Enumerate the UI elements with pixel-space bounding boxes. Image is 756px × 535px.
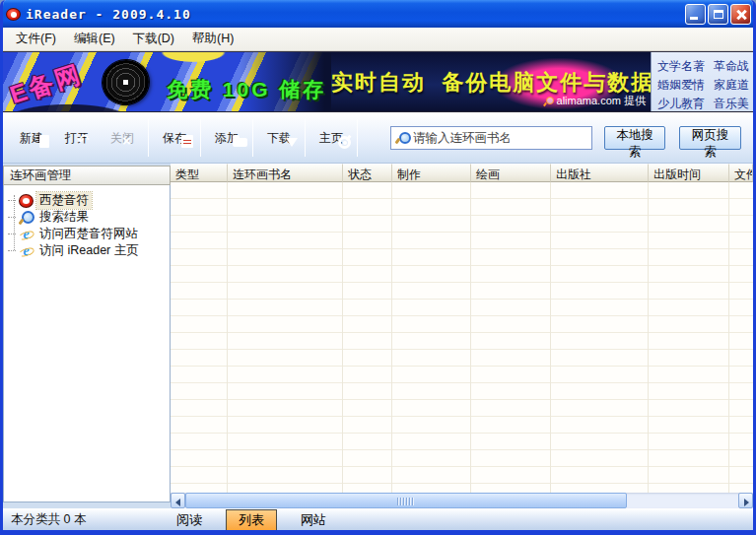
search-icon: [19, 211, 34, 225]
window-title: iReader - 2009.4.10: [26, 7, 191, 22]
close-icon[interactable]: [730, 4, 751, 25]
ad-credit: alimama.com 提供: [544, 94, 646, 108]
status-count-text: 本分类共 0 本: [3, 511, 172, 528]
toolbar-separator: [148, 119, 149, 157]
ad-banner: E备网 免费 10G 储存 实时自动 备份电脑文件与数据 alimama.com…: [3, 51, 753, 112]
ad-link[interactable]: 家庭道: [714, 77, 749, 93]
vinyl-record-icon: [99, 56, 153, 109]
toolbar-separator: [305, 119, 306, 157]
red-o-icon: [19, 194, 34, 208]
maximize-icon[interactable]: [708, 4, 728, 25]
scroll-right-icon[interactable]: [738, 493, 753, 508]
col-type[interactable]: 类型: [171, 164, 228, 182]
alimama-magnifier-icon: [544, 97, 553, 105]
ad-link[interactable]: 少儿教育: [657, 96, 705, 111]
ad-link[interactable]: 革命战: [714, 58, 749, 74]
menu-download[interactable]: 下载(D): [124, 28, 183, 50]
ie-globe-icon: e: [19, 228, 34, 241]
ad-brand: E备网: [6, 57, 87, 111]
sidebar-header: 连环画管理: [3, 166, 171, 185]
main-content: 连环画管理 西楚音符 搜索结果 e 访问西楚音符网站: [3, 164, 753, 508]
ad-link[interactable]: 音乐美: [714, 96, 749, 111]
ad-banner-middle[interactable]: 实时自动 备份电脑文件与数据 alimama.com 提供: [331, 52, 651, 111]
web-search-button[interactable]: 网页搜索: [679, 126, 741, 150]
search-icon: [396, 132, 408, 144]
close-doc-button[interactable]: × 关闭: [100, 129, 145, 147]
thumb-grip: [397, 498, 414, 505]
col-file[interactable]: 文件: [729, 164, 753, 182]
book-list-area: 类型 连环画书名 状态 制作 绘画 出版社 出版时间 文件: [171, 164, 753, 508]
ad-link[interactable]: 文学名著: [657, 58, 705, 74]
tree-item-search-results[interactable]: 搜索结果: [4, 209, 170, 226]
col-publisher[interactable]: 出版社: [551, 164, 649, 182]
new-button[interactable]: 新建: [9, 129, 54, 147]
horizontal-scrollbar[interactable]: [171, 493, 753, 508]
ad-credit-text: alimama.com 提供: [557, 94, 646, 108]
titlebar: iReader - 2009.4.10: [0, 0, 756, 28]
menu-bar: 文件(F) 编辑(E) 下载(D) 帮助(H): [3, 28, 753, 51]
tab-website[interactable]: 网站: [297, 510, 330, 530]
tab-list[interactable]: 列表: [226, 509, 277, 531]
ad-slogan-storage: 免费 10G 储存: [167, 76, 326, 103]
col-drawing[interactable]: 绘画: [471, 164, 551, 182]
toolbar-separator: [357, 119, 358, 157]
ie-globe-icon: e: [19, 244, 34, 258]
col-book-name[interactable]: 连环画书名: [228, 164, 343, 182]
toolbar-separator: [252, 119, 253, 157]
ad-link-row: 少儿教育 音乐美: [657, 96, 753, 111]
search-box: [390, 126, 592, 150]
table-header: 类型 连环画书名 状态 制作 绘画 出版社 出版时间 文件: [171, 164, 753, 182]
menu-help[interactable]: 帮助(H): [183, 28, 242, 50]
ad-banner-links: 文学名著 革命战 婚姻爱情 家庭道 少儿教育 音乐美: [651, 52, 753, 111]
scroll-left-icon[interactable]: [171, 493, 185, 508]
app-window: iReader - 2009.4.10 文件(F) 编辑(E) 下载(D) 帮助…: [0, 0, 756, 535]
col-production[interactable]: 制作: [392, 164, 471, 182]
tab-read[interactable]: 阅读: [172, 510, 206, 530]
ad-link-row: 婚姻爱情 家庭道: [657, 77, 753, 93]
toolbar-separator: [200, 119, 201, 157]
window-controls: [685, 4, 751, 25]
tree-item-xichu[interactable]: 西楚音符: [4, 192, 170, 209]
ad-banner-left[interactable]: E备网 免费 10G 储存: [3, 52, 331, 111]
col-status[interactable]: 状态: [343, 164, 392, 182]
menu-file[interactable]: 文件(F): [7, 28, 65, 50]
col-publish-time[interactable]: 出版时间: [649, 164, 729, 182]
view-tabs: 阅读 列表 网站: [172, 509, 330, 531]
scrollbar-thumb[interactable]: [185, 493, 627, 508]
status-bar: 本分类共 0 本 阅读 列表 网站: [3, 508, 753, 530]
menu-edit[interactable]: 编辑(E): [65, 28, 124, 50]
sidebar: 连环画管理 西楚音符 搜索结果 e 访问西楚音符网站: [3, 166, 171, 502]
app-logo-icon: [6, 8, 21, 21]
minimize-icon[interactable]: [685, 4, 706, 25]
tree-item-visit-homepage[interactable]: e 访问 iReader 主页: [4, 242, 170, 259]
add-button[interactable]: 添加: [204, 129, 249, 147]
home-button[interactable]: 主页: [309, 129, 354, 147]
open-button[interactable]: ↶ 打开: [54, 129, 100, 147]
tree-item-visit-site[interactable]: e 访问西楚音符网站: [4, 226, 170, 242]
download-button[interactable]: 下载: [256, 129, 302, 147]
toolbar: 新建 ↶ 打开 × 关闭 保存 添加 下载 主页: [3, 112, 753, 164]
search-input[interactable]: [413, 131, 586, 145]
table-body-empty[interactable]: [171, 182, 753, 493]
save-button[interactable]: 保存: [152, 129, 197, 147]
ad-link[interactable]: 婚姻爱情: [657, 77, 705, 93]
ad-link-row: 文学名著 革命战: [657, 58, 753, 74]
category-tree: 西楚音符 搜索结果 e 访问西楚音符网站 e 访问 iReader 主页: [3, 185, 171, 502]
local-search-button[interactable]: 本地搜索: [604, 126, 665, 150]
